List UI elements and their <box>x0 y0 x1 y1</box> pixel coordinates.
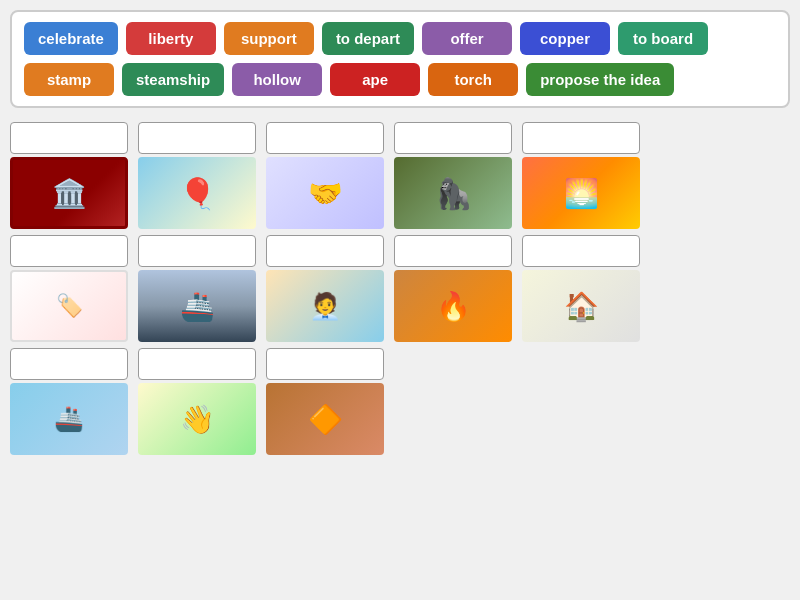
word-chip-propose-idea[interactable]: propose the idea <box>526 63 674 96</box>
word-chip-ape[interactable]: ape <box>330 63 420 96</box>
image-row-1 <box>10 235 790 342</box>
image-card-board <box>10 383 128 455</box>
word-chip-celebrate[interactable]: celebrate <box>24 22 118 55</box>
image-card-support <box>266 270 384 342</box>
card-celebrate <box>138 122 256 229</box>
card-board <box>10 348 128 455</box>
card-copper <box>266 348 384 455</box>
card-stamp <box>10 122 128 229</box>
card-offer <box>10 235 128 342</box>
drop-box-card-goodbye[interactable] <box>138 348 256 380</box>
drop-box-card-offer[interactable] <box>10 235 128 267</box>
word-chip-support[interactable]: support <box>224 22 314 55</box>
drop-box-card-ape[interactable] <box>394 122 512 154</box>
word-chip-stamp[interactable]: stamp <box>24 63 114 96</box>
word-chip-torch[interactable]: torch <box>428 63 518 96</box>
image-card-ape <box>394 157 512 229</box>
images-area <box>10 122 790 455</box>
word-chip-steamship[interactable]: steamship <box>122 63 224 96</box>
word-chip-to-board[interactable]: to board <box>618 22 708 55</box>
card-ape <box>394 122 512 229</box>
image-card-hollow <box>522 270 640 342</box>
card-torch <box>394 235 512 342</box>
card-depart <box>522 122 640 229</box>
drop-box-card-depart[interactable] <box>522 122 640 154</box>
drop-box-card-support[interactable] <box>266 235 384 267</box>
image-card-propose <box>266 157 384 229</box>
image-row-0 <box>10 122 790 229</box>
word-chip-to-depart[interactable]: to depart <box>322 22 414 55</box>
card-goodbye <box>138 348 256 455</box>
drop-box-card-hollow[interactable] <box>522 235 640 267</box>
image-card-offer <box>10 270 128 342</box>
drop-box-card-board[interactable] <box>10 348 128 380</box>
image-card-torch <box>394 270 512 342</box>
card-propose <box>266 122 384 229</box>
card-hollow <box>522 235 640 342</box>
word-bank: celebratelibertysupportto departoffercop… <box>10 10 790 108</box>
word-chip-liberty[interactable]: liberty <box>126 22 216 55</box>
image-card-goodbye <box>138 383 256 455</box>
card-steamship <box>138 235 256 342</box>
word-chip-offer[interactable]: offer <box>422 22 512 55</box>
drop-box-card-torch[interactable] <box>394 235 512 267</box>
drop-box-card-copper[interactable] <box>266 348 384 380</box>
drop-box-card-celebrate[interactable] <box>138 122 256 154</box>
image-card-depart <box>522 157 640 229</box>
card-support <box>266 235 384 342</box>
word-chip-copper[interactable]: copper <box>520 22 610 55</box>
image-card-copper <box>266 383 384 455</box>
image-card-celebrate <box>138 157 256 229</box>
word-chip-hollow[interactable]: hollow <box>232 63 322 96</box>
image-card-steamship <box>138 270 256 342</box>
drop-box-card-stamp[interactable] <box>10 122 128 154</box>
drop-box-card-steamship[interactable] <box>138 235 256 267</box>
image-card-stamp <box>10 157 128 229</box>
drop-box-card-propose[interactable] <box>266 122 384 154</box>
image-row-2 <box>10 348 790 455</box>
